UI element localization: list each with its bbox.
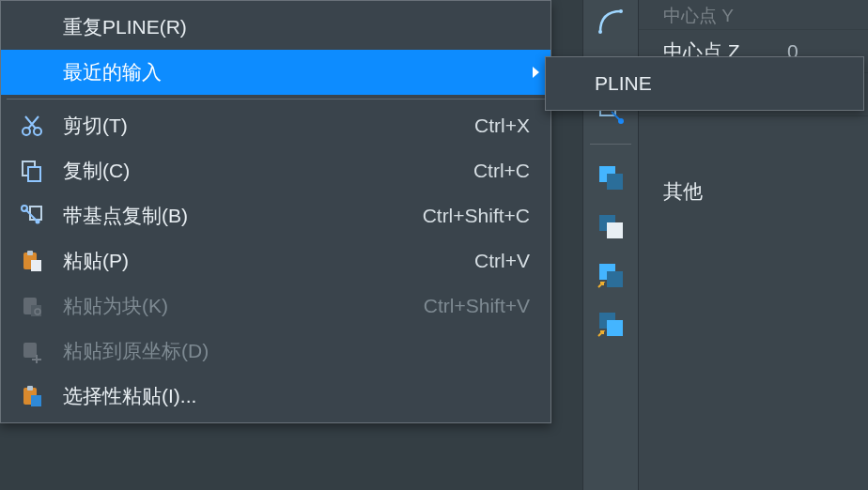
svg-rect-9 <box>607 271 623 287</box>
menu-label: 选择性粘贴(I)... <box>63 383 530 409</box>
menu-item-paste-as-block: 粘贴为块(K) Ctrl+Shift+V <box>1 283 550 329</box>
svg-point-1 <box>619 9 623 13</box>
menu-separator <box>7 99 545 100</box>
paste-icon <box>1 238 63 283</box>
property-section-other[interactable]: 其他 <box>639 165 868 218</box>
bring-above-icon[interactable] <box>590 255 631 295</box>
menu-label: 粘贴到原坐标(D) <box>63 338 530 364</box>
svg-point-0 <box>598 30 602 34</box>
menu-label: PLINE <box>589 72 843 95</box>
blank-icon <box>546 61 589 106</box>
menu-item-copy-basepoint[interactable]: 带基点复制(B) Ctrl+Shift+C <box>1 193 550 238</box>
recent-input-submenu: PLINE <box>545 56 864 111</box>
paste-origin-icon <box>1 329 63 374</box>
svg-rect-27 <box>27 386 33 390</box>
paste-special-icon <box>1 374 63 419</box>
shortcut-label: Ctrl+Shift+C <box>423 205 530 227</box>
context-menu: 重复PLINE(R) 最近的输入 剪切(T) Ctrl+X 复制(C) Ctrl… <box>0 0 551 423</box>
menu-label: 带基点复制(B) <box>63 203 423 229</box>
submenu-item-pline[interactable]: PLINE <box>546 61 863 106</box>
scissors-icon <box>1 103 63 148</box>
menu-label: 粘贴(P) <box>63 248 474 274</box>
svg-rect-15 <box>28 167 40 181</box>
svg-rect-7 <box>607 222 623 238</box>
shortcut-label: Ctrl+Shift+V <box>424 295 530 317</box>
svg-rect-28 <box>31 395 41 406</box>
copy-basepoint-icon <box>1 193 63 238</box>
copy-icon <box>1 148 63 193</box>
menu-label: 粘贴为块(K) <box>63 293 424 319</box>
chevron-right-icon <box>533 67 539 78</box>
svg-point-18 <box>36 220 40 224</box>
menu-item-copy[interactable]: 复制(C) Ctrl+C <box>1 148 550 193</box>
svg-rect-11 <box>607 320 623 336</box>
shortcut-label: Ctrl+C <box>473 160 530 182</box>
arc-icon[interactable] <box>590 2 631 41</box>
shortcut-label: Ctrl+V <box>474 250 530 272</box>
section-label: 其他 <box>663 178 703 205</box>
shortcut-label: Ctrl+X <box>474 115 530 137</box>
menu-label: 最近的输入 <box>63 59 530 85</box>
menu-label: 重复PLINE(R) <box>63 14 530 40</box>
send-below-icon[interactable] <box>590 304 631 344</box>
property-row-center-y[interactable]: 中心点 Y <box>639 2 868 30</box>
paste-block-icon <box>1 283 63 329</box>
blank-icon <box>1 50 63 95</box>
svg-rect-21 <box>31 260 41 271</box>
menu-label: 复制(C) <box>63 158 473 184</box>
svg-rect-20 <box>27 251 33 255</box>
menu-item-cut[interactable]: 剪切(T) Ctrl+X <box>1 103 550 148</box>
menu-item-repeat-pline[interactable]: 重复PLINE(R) <box>1 5 550 50</box>
blank-icon <box>1 5 63 50</box>
svg-point-3 <box>618 118 624 124</box>
send-back-icon[interactable] <box>590 207 631 246</box>
svg-rect-25 <box>23 343 37 358</box>
svg-rect-16 <box>30 207 41 220</box>
bring-front-icon[interactable] <box>590 158 631 197</box>
svg-rect-5 <box>607 174 623 190</box>
menu-item-paste[interactable]: 粘贴(P) Ctrl+V <box>1 238 550 283</box>
menu-item-recent-input[interactable]: 最近的输入 <box>1 50 550 95</box>
menu-label: 剪切(T) <box>63 113 474 139</box>
menu-item-paste-special[interactable]: 选择性粘贴(I)... <box>1 374 550 419</box>
menu-item-paste-orig-coords: 粘贴到原坐标(D) <box>1 329 550 374</box>
property-label: 中心点 Y <box>639 4 787 28</box>
